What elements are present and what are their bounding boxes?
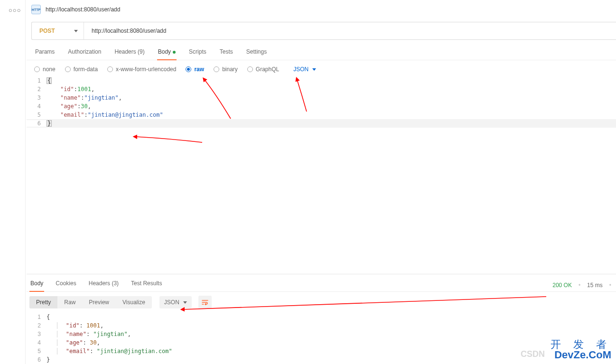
bodytype-graphql[interactable]: GraphQL [247,66,279,73]
wrap-icon [202,299,208,305]
line-number: 5 [27,112,47,118]
radio-icon [247,66,253,72]
json-value: 30 [81,103,87,110]
response-toolbar: Pretty Raw Preview Visualize JSON [27,291,616,313]
watermark: CSDN 开 发 者 DevZe.CoM [551,339,611,360]
http-method-select[interactable]: POST [32,22,84,39]
bodytype-form-data-label: form-data [74,66,98,73]
line-number: 3 [27,331,47,337]
response-tabs: Body Cookies Headers (3) Test Results [28,279,163,291]
request-body-editor[interactable]: 1{ 2 "id":1001, 3 "name":"jingtian", 4 "… [27,76,616,128]
json-key: "age" [66,339,83,346]
bodytype-graphql-label: GraphQL [256,66,279,73]
bodytype-binary-label: binary [222,66,238,73]
json-key: "email" [60,112,84,118]
radio-icon [65,66,71,72]
response-view-group: Pretty Raw Preview Visualize [29,296,152,308]
tab-headers[interactable]: Headers (9) [113,46,145,60]
bodytype-binary[interactable]: binary [214,66,238,73]
line-number: 2 [27,322,47,329]
meta-separator: • [579,282,580,289]
http-method-label: POST [39,28,55,34]
line-number: 1 [27,77,47,84]
tab-body-label: Body [158,48,171,55]
json-value: "jingtian" [93,331,128,337]
radio-selected-icon [186,66,191,72]
wrap-lines-button[interactable] [198,296,212,309]
radio-icon [107,66,113,72]
unsaved-dot-icon [173,51,176,54]
json-key: "name" [60,94,81,101]
tab-tests[interactable]: Tests [219,46,234,60]
radio-icon [214,66,219,72]
bodytype-x-www[interactable]: x-www-form-urlencoded [107,66,176,73]
line-number: 6 [27,120,47,127]
response-format-label: JSON [164,299,179,306]
bodytype-raw-label: raw [194,66,204,73]
tab-settings[interactable]: Settings [245,46,268,60]
left-gutter: ○○○ [0,0,26,364]
raw-format-label: JSON [293,66,308,73]
watermark-en: DevZe.CoM [551,350,611,360]
json-key: "age" [60,103,77,110]
view-preview[interactable]: Preview [82,296,116,308]
response-format-dropdown[interactable]: JSON [159,296,192,308]
json-key: "id" [66,322,80,329]
chevron-down-icon [183,301,187,304]
status-badge: 200 OK [552,282,572,289]
view-raw[interactable]: Raw [57,296,82,308]
line-number: 5 [27,348,47,355]
radio-icon [34,66,40,72]
brace-close: } [47,120,52,127]
bodytype-form-data[interactable]: form-data [65,66,98,73]
bodytype-raw[interactable]: raw [186,66,204,73]
line-number: 6 [27,356,47,363]
line-number: 4 [27,339,47,346]
request-title-text: http://localhost:8080/user/add [46,6,120,13]
more-icon[interactable]: ○○○ [9,7,21,14]
body-type-row: none form-data x-www-form-urlencoded raw… [27,60,616,76]
json-value: "jingtian" [84,94,119,101]
response-tab-testresults[interactable]: Test Results [130,279,163,291]
brace-close: } [47,356,50,363]
response-tab-cookies[interactable]: Cookies [55,279,77,291]
response-tab-headers[interactable]: Headers (3) [88,279,120,291]
response-meta: 200 OK • 15 ms • [552,282,611,289]
view-visualize[interactable]: Visualize [116,296,152,308]
response-tab-body[interactable]: Body [29,279,44,291]
tab-body[interactable]: Body [157,46,177,60]
brace-open: { [47,77,52,84]
tab-authorization[interactable]: Authorization [67,46,102,60]
tab-params[interactable]: Params [34,46,56,60]
line-number: 2 [27,86,47,93]
response-header-bar: Body Cookies Headers (3) Test Results 20… [27,274,616,291]
json-key: "name" [66,331,86,337]
bodytype-none[interactable]: none [34,66,56,73]
json-value: 1001 [77,86,91,93]
editor-blank-area [27,128,616,274]
line-number: 4 [27,103,47,110]
chevron-down-icon [74,30,78,32]
line-number: 1 [27,314,47,320]
json-key: "email" [66,348,90,355]
request-tab-title: HTTP http://localhost:8080/user/add [27,0,616,19]
response-time: 15 ms [587,282,603,289]
json-key: "id" [60,86,74,93]
tab-scripts[interactable]: Scripts [188,46,207,60]
brace-open: { [47,314,50,320]
meta-separator: • [609,282,611,289]
http-badge-icon: HTTP [31,5,41,14]
url-bar: POST http://localhost:8080/user/add [31,22,616,40]
json-value: "jintian@jingtian.com" [97,348,172,355]
request-tabs: Params Authorization Headers (9) Body Sc… [27,44,616,60]
csdn-watermark: CSDN [521,350,545,358]
bodytype-none-label: none [43,66,56,73]
json-value: 30 [90,339,96,346]
view-pretty[interactable]: Pretty [29,296,57,308]
watermark-cn: 开 发 者 [551,339,611,350]
raw-format-dropdown[interactable]: JSON [293,66,316,73]
url-input[interactable]: http://localhost:8080/user/add [84,22,616,39]
line-number: 3 [27,94,47,101]
json-value: "jintian@jingtian.com" [88,112,163,118]
bodytype-x-www-label: x-www-form-urlencoded [116,66,176,73]
